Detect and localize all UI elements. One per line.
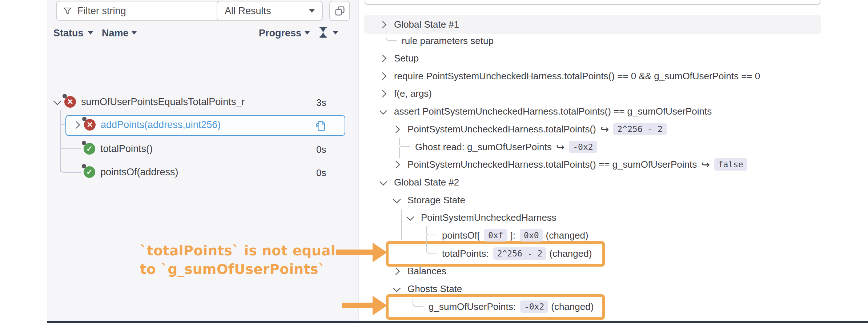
column-name[interactable]: Name: [102, 28, 129, 39]
bottom-edge-bar: [47, 321, 868, 323]
trace-text: require PointSystemUncheckedHarness.tota…: [394, 71, 760, 82]
chevron-right-icon[interactable]: [392, 160, 400, 168]
filter-funnel-icon: [63, 6, 72, 16]
callout-arrow-shaft: [342, 303, 373, 308]
open-report-icon[interactable]: [315, 119, 326, 133]
duration-sort-icon[interactable]: [333, 31, 338, 35]
chevron-down-icon[interactable]: [379, 178, 387, 185]
violation-annotation: `totalPoints` is not equal to `g_sumOfUs…: [140, 242, 335, 279]
chevron-right-icon[interactable]: [379, 89, 386, 97]
copy-results-button[interactable]: [329, 1, 350, 21]
rule-row[interactable]: ✕ sumOfUserPointsEqualsTotalPoints_r: [54, 94, 245, 110]
row-require[interactable]: require PointSystemUncheckedHarness.tota…: [380, 67, 760, 85]
returns-arrow-icon: ↪: [556, 141, 564, 153]
violated-status-icon: ✕: [84, 119, 96, 131]
trace-toolbar-divider: [365, 11, 820, 11]
status-sort-icon[interactable]: [88, 31, 93, 35]
column-status[interactable]: Status: [53, 28, 84, 39]
row-storage-state[interactable]: Storage State: [393, 191, 465, 209]
row-rule-parameters-setup[interactable]: rule parameters setup: [402, 32, 494, 49]
value-badge: false: [714, 158, 747, 171]
tree-connector: [61, 148, 81, 149]
trace-text: PointSystemUncheckedHarness.totalPoints(…: [407, 124, 596, 135]
filter-input-box[interactable]: [56, 1, 220, 21]
row-global-state-2[interactable]: Global State #2: [380, 174, 459, 191]
method-row-addpoints[interactable]: ✕ addPoints(address,uint256): [73, 117, 221, 133]
callout-arrow-shaft: [336, 250, 373, 255]
method-label: addPoints(address,uint256): [101, 119, 221, 131]
trace-text: PointSystemUncheckedHarness.totalPoints(…: [407, 159, 697, 170]
results-filter-value: All Results: [225, 5, 309, 17]
chevron-down-icon[interactable]: [406, 213, 414, 220]
copy-icon: [334, 5, 345, 16]
row-ghosts-state[interactable]: Ghosts State: [393, 280, 462, 298]
results-filter-dropdown[interactable]: All Results: [217, 1, 323, 21]
chevron-right-icon[interactable]: [72, 121, 80, 128]
chevron-right-icon[interactable]: [392, 125, 400, 133]
row-balances[interactable]: Balances: [393, 262, 446, 280]
row-global-state-1[interactable]: Global State #1: [380, 16, 459, 33]
row-gsum-changed[interactable]: g_sumOfUserPoints:-0x2(changed): [429, 298, 594, 315]
chevron-down-icon[interactable]: [393, 284, 401, 292]
trace-text: totalPoints:: [442, 248, 489, 259]
row-totalpoints-changed[interactable]: totalPoints:2^256 - 2(changed): [442, 245, 592, 262]
tree-column-headers: Status Name Progress: [47, 28, 358, 41]
value-badge: -0x2: [569, 141, 597, 153]
returns-arrow-icon: ↪: [701, 159, 710, 171]
method-label: pointsOf(address): [100, 167, 178, 178]
filter-input[interactable]: [77, 5, 214, 17]
trace-text: Storage State: [407, 195, 465, 206]
chevron-down-icon: [309, 9, 315, 13]
row-setup[interactable]: Setup: [380, 49, 419, 67]
trace-text: assert PointSystemUncheckedHarness.total…: [394, 106, 712, 117]
name-sort-icon[interactable]: [132, 31, 137, 35]
progress-sort-icon[interactable]: [305, 31, 310, 35]
verification-report-app: All Results Status Name Progress: [0, 0, 868, 323]
violated-status-icon: ✕: [64, 96, 76, 108]
verified-status-icon: ✓: [84, 166, 95, 178]
row-equality-false[interactable]: PointSystemUncheckedHarness.totalPoints(…: [393, 156, 747, 173]
trace-text: pointsOf[: [442, 230, 480, 241]
column-progress[interactable]: Progress: [259, 28, 301, 39]
annotation-line-1: `totalPoints` is not equal: [140, 242, 335, 260]
method-duration: 0s: [316, 144, 326, 155]
trace-text: Setup: [394, 53, 419, 64]
trace-text: g_sumOfUserPoints:: [429, 301, 516, 312]
trace-text: Ghost read: g_sumOfUserPoints: [415, 141, 552, 153]
value-badge: 2^256 - 2: [493, 247, 547, 260]
callout-arrow-icon: [373, 296, 387, 315]
row-assert[interactable]: assert PointSystemUncheckedHarness.total…: [380, 103, 712, 120]
chevron-right-icon[interactable]: [392, 267, 400, 275]
row-pointsof-changed[interactable]: pointsOf[0xf]:0x0(changed): [442, 227, 588, 244]
row-f-e-args[interactable]: f(e, args): [380, 85, 432, 102]
method-duration: 0s: [316, 167, 326, 179]
method-row-pointsof[interactable]: ✓ pointsOf(address): [84, 164, 178, 180]
trace-text: ]:: [510, 230, 515, 241]
value-badge: 0x0: [520, 229, 543, 242]
method-row-totalpoints[interactable]: ✓ totalPoints(): [84, 141, 153, 157]
trace-text: (changed): [546, 230, 588, 241]
row-totalpoints-return[interactable]: PointSystemUncheckedHarness.totalPoints(…: [393, 120, 667, 138]
chevron-right-icon[interactable]: [379, 20, 386, 28]
trace-text: Balances: [407, 266, 446, 277]
chevron-down-icon[interactable]: [53, 97, 61, 105]
value-badge: -0x2: [520, 300, 548, 313]
chevron-down-icon[interactable]: [379, 107, 387, 114]
tree-connector: [60, 124, 65, 125]
rule-duration: 3s: [316, 97, 326, 108]
tree-connector: [60, 162, 81, 173]
trace-text: PointSystemUncheckedHarness: [421, 212, 556, 223]
chevron-right-icon[interactable]: [379, 54, 386, 62]
chevron-right-icon[interactable]: [379, 72, 386, 80]
trace-text: Global State #2: [394, 177, 459, 188]
verified-status-icon: ✓: [84, 143, 95, 155]
trace-text: (changed): [549, 248, 592, 259]
returns-arrow-icon: ↪: [600, 123, 609, 135]
trace-toolbar-fragment: [365, 0, 820, 5]
annotation-line-2: to `g_sumOfUserPoints`: [140, 260, 335, 279]
chevron-down-icon[interactable]: [393, 195, 401, 203]
rule-label: sumOfUserPointsEqualsTotalPoints_r: [81, 96, 245, 108]
hourglass-icon[interactable]: [319, 27, 327, 40]
row-harness[interactable]: PointSystemUncheckedHarness: [407, 209, 556, 226]
row-ghost-read[interactable]: Ghost read: g_sumOfUserPoints↪-0x2: [415, 138, 597, 156]
